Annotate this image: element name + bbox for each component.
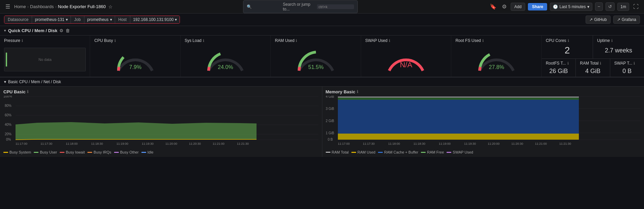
time-range-icon: 🕐 xyxy=(553,4,558,9)
legend-color xyxy=(34,152,38,153)
datasource-select[interactable]: prometheus-131 ▾ xyxy=(32,16,71,23)
basic-cpu-title: Basic CPU / Mem / Net / Disk xyxy=(8,79,61,84)
svg-text:11:19:00: 11:19:00 xyxy=(116,142,128,145)
info-icon[interactable]: ℹ xyxy=(357,90,358,94)
pressure-card: Pressure ℹ No data xyxy=(0,36,90,77)
legend-label: Busy Iowait xyxy=(66,150,85,154)
info-icon[interactable]: ℹ xyxy=(296,39,297,43)
breadcrumb-sep2: › xyxy=(55,4,56,9)
info-icon[interactable]: ℹ xyxy=(203,39,204,43)
legend-color xyxy=(326,152,330,153)
svg-text:1 GiB: 1 GiB xyxy=(326,131,334,135)
pressure-line xyxy=(6,53,7,67)
legend-label: Idle xyxy=(147,150,154,154)
chevron-down-icon: ▾ xyxy=(4,28,6,33)
legend-busy-irqs: Busy IRQs xyxy=(87,150,111,154)
svg-text:11:21:00: 11:21:00 xyxy=(213,142,224,145)
quick-cpu-title: Quick CPU / Mem / Disk xyxy=(8,28,57,33)
legend-color xyxy=(421,152,426,153)
zoom-out-button[interactable]: − xyxy=(595,2,603,11)
info-icon[interactable]: ℹ xyxy=(634,61,635,66)
info-icon[interactable]: ℹ xyxy=(611,39,613,43)
svg-text:11:20:00: 11:20:00 xyxy=(488,142,500,145)
gauge-row: Pressure ℹ No data CPU Busy ℹ 7.9 xyxy=(0,36,644,77)
cpu-chart-legend: Busy System Busy User Busy Iowait Busy I… xyxy=(3,150,319,154)
cpu-busy-card: CPU Busy ℹ 7.9% xyxy=(90,36,180,77)
info-icon[interactable]: ℹ xyxy=(567,61,569,66)
swap-used-gauge: N/A xyxy=(365,45,447,74)
chevron-down-icon: ▾ xyxy=(587,4,589,9)
breadcrumb: Home › Dashboards › Node Exporter Full-1… xyxy=(14,4,113,9)
legend-ram-total: RAM Total xyxy=(326,150,349,154)
svg-text:2 GiB: 2 GiB xyxy=(326,119,334,123)
share-button[interactable]: Share xyxy=(528,3,547,10)
host-label: Host xyxy=(115,16,131,23)
info-icon[interactable]: ℹ xyxy=(600,61,601,66)
legend-color xyxy=(141,152,146,153)
svg-marker-39 xyxy=(338,134,579,140)
quick-cpu-section-header[interactable]: ▾ Quick CPU / Mem / Disk ⚙ 🗑 xyxy=(0,26,644,36)
info-icon[interactable]: ℹ xyxy=(27,90,28,94)
ram-used-title: RAM Used ℹ xyxy=(275,38,356,43)
filter-group: Datasource prometheus-131 ▾ Job promethe… xyxy=(4,16,180,24)
hamburger-icon[interactable]: ☰ xyxy=(4,2,11,11)
expand-icon[interactable]: ⛶ xyxy=(632,2,640,11)
zoom-in-button[interactable]: ↺ xyxy=(606,2,615,11)
chevron-down-icon: ▾ xyxy=(4,79,6,84)
svg-text:N/A: N/A xyxy=(400,61,412,69)
swap-t-title: SWAP T... ℹ xyxy=(614,61,640,66)
ram-used-card: RAM Used ℹ 51.5% xyxy=(271,36,361,77)
svg-text:60%: 60% xyxy=(5,113,11,117)
legend-ram-cache: RAM Cache + Buffer xyxy=(378,150,418,154)
gear-icon[interactable]: ⚙ xyxy=(59,28,63,33)
info-icon[interactable]: ℹ xyxy=(114,39,116,43)
bookmark-icon[interactable]: 🔖 xyxy=(488,2,498,11)
trash-icon[interactable]: 🗑 xyxy=(65,28,70,33)
sys-load-gauge: 24.0% xyxy=(185,45,266,74)
ram-total-value: 4 GiB xyxy=(585,68,600,75)
basic-cpu-section-header[interactable]: ▾ Basic CPU / Mem / Net / Disk xyxy=(0,77,644,87)
legend-label: Busy IRQs xyxy=(93,150,111,154)
legend-label: RAM Cache + Buffer xyxy=(384,150,418,154)
root-fs-card: Root FS Used ℹ 27.8% xyxy=(451,36,541,77)
info-icon[interactable]: ℹ xyxy=(22,39,23,43)
legend-busy-other: Busy Other xyxy=(114,150,139,154)
star-icon[interactable]: ☆ xyxy=(108,4,113,9)
legend-label: RAM Total xyxy=(332,150,349,154)
interval-button[interactable]: 1m xyxy=(617,3,629,11)
time-range-picker[interactable]: 🕐 Last 5 minutes ▾ xyxy=(550,3,592,11)
add-button[interactable]: Add xyxy=(511,3,525,11)
breadcrumb-dashboards[interactable]: Dashboards xyxy=(30,4,54,9)
svg-text:4 GiB: 4 GiB xyxy=(326,96,334,98)
github-link[interactable]: ↗ GitHub xyxy=(586,16,610,24)
svg-marker-41 xyxy=(338,98,579,100)
legend-busy-iowait: Busy Iowait xyxy=(60,150,85,154)
svg-text:11:21:30: 11:21:30 xyxy=(559,142,571,145)
host-select[interactable]: 192.168.100.131:9100 ▾ xyxy=(130,16,180,23)
svg-text:11:18:00: 11:18:00 xyxy=(66,142,78,145)
info-icon[interactable]: ℹ xyxy=(389,39,390,43)
svg-text:24.0%: 24.0% xyxy=(218,64,233,70)
svg-text:11:17:30: 11:17:30 xyxy=(363,142,375,145)
svg-text:51.5%: 51.5% xyxy=(308,64,323,70)
info-icon[interactable]: ℹ xyxy=(568,39,569,43)
legend-busy-user: Busy User xyxy=(34,150,57,154)
settings-icon[interactable]: ⚙ xyxy=(501,2,508,11)
svg-text:11:19:00: 11:19:00 xyxy=(439,142,451,145)
pressure-chart: No data xyxy=(4,48,86,71)
sys-load-card: Sys Load ℹ 24.0% xyxy=(181,36,271,77)
mem-chart-legend: RAM Total RAM Used RAM Cache + Buffer RA… xyxy=(326,150,641,154)
time-range-label: Last 5 minutes xyxy=(559,4,586,9)
root-fs-title: Root FS Used ℹ xyxy=(455,38,537,43)
search-bar[interactable]: 🔍 Search or jump to... ctrl+k xyxy=(243,0,358,13)
svg-text:11:19:30: 11:19:30 xyxy=(464,142,476,145)
uptime-title: Uptime ℹ xyxy=(597,38,640,43)
grafana-link[interactable]: ↗ Grafana xyxy=(613,16,640,24)
swap-used-card: SWAP Used ℹ N/A xyxy=(361,36,451,77)
job-select[interactable]: prometheus ▾ xyxy=(84,16,115,23)
ext-links: ↗ GitHub ↗ Grafana xyxy=(586,16,640,24)
breadcrumb-home[interactable]: Home xyxy=(14,4,26,9)
legend-label: SWAP Used xyxy=(453,150,473,154)
info-icon[interactable]: ℹ xyxy=(482,39,484,43)
ram-used-gauge: 51.5% xyxy=(275,45,356,74)
